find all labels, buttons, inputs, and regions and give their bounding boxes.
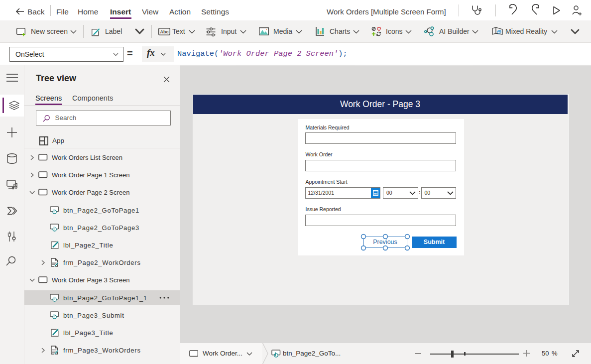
svg-text:Abc: Abc — [160, 29, 168, 34]
